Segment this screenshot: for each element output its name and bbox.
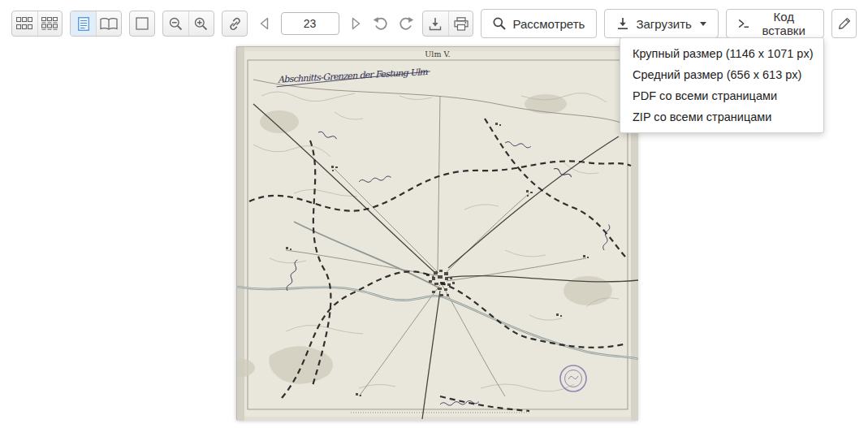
download-page-button[interactable] (423, 11, 448, 36)
download-menu: Крупный размер (1146 x 1071 px) Средний … (620, 37, 824, 133)
single-page-view-button[interactable] (71, 11, 96, 36)
download-button-label: Загрузить (636, 17, 692, 31)
zoom-in-button[interactable] (188, 11, 214, 36)
zoom-in-icon (194, 17, 208, 31)
review-button[interactable]: Рассмотреть (481, 9, 597, 38)
menu-item-large-size[interactable]: Крупный размер (1146 x 1071 px) (620, 43, 823, 64)
thumbnail-view-group (11, 11, 63, 37)
zoom-out-button[interactable] (163, 11, 188, 36)
rotate-left-button[interactable] (372, 11, 390, 36)
two-page-view-button[interactable] (96, 11, 121, 36)
single-page-icon (78, 17, 89, 31)
embed-code-button[interactable]: Код вставки (726, 9, 824, 38)
two-page-book-icon (100, 18, 118, 30)
next-page-button[interactable] (347, 11, 365, 36)
link-group (222, 11, 248, 37)
thumbnails-grid-icon (16, 17, 32, 30)
download-icon (616, 17, 629, 30)
print-icon (454, 17, 469, 31)
page-view-group (70, 11, 121, 37)
toolbar: Рассмотреть Загрузить Код вставки (11, 8, 857, 39)
zoom-group (162, 11, 214, 37)
rotate-right-button[interactable] (397, 11, 415, 36)
download-page-icon (429, 17, 442, 31)
frame-icon (136, 17, 149, 30)
embed-button-label: Код вставки (755, 10, 812, 37)
export-group (422, 11, 473, 37)
full-page-frame-button[interactable] (130, 11, 155, 36)
map-page[interactable]: Abschnitts-Grenzen der Festung Ulm Ulm V… (236, 46, 637, 420)
zoom-out-icon (169, 17, 183, 31)
next-page-icon (348, 16, 363, 31)
rotate-left-icon (373, 16, 389, 31)
fit-view-group (129, 11, 156, 37)
rotate-right-icon (398, 16, 414, 31)
thumbnails-grid-button[interactable] (12, 11, 37, 36)
previous-page-icon (257, 16, 272, 31)
review-button-label: Рассмотреть (512, 17, 585, 31)
embed-code-icon (738, 18, 749, 29)
download-dropdown-button[interactable]: Загрузить (604, 9, 719, 38)
menu-item-medium-size[interactable]: Средний размер (656 x 613 px) (620, 64, 823, 85)
previous-page-button[interactable] (255, 11, 273, 36)
menu-item-pdf-all[interactable]: PDF со всеми страницами (620, 85, 823, 106)
page-number-input[interactable] (281, 12, 339, 35)
search-icon (493, 17, 506, 30)
edit-button[interactable] (831, 9, 857, 38)
thumbnails-captions-icon (41, 17, 58, 30)
link-button[interactable] (222, 11, 248, 36)
chevron-down-icon (700, 22, 706, 26)
print-button[interactable] (448, 11, 473, 36)
thumbnails-captions-button[interactable] (37, 11, 63, 36)
map-sheet-label: Ulm V. (425, 50, 450, 58)
pencil-icon (838, 17, 851, 30)
map-image: Abschnitts-Grenzen der Festung Ulm Ulm V… (237, 47, 638, 421)
menu-item-zip-all[interactable]: ZIP со всеми страницами (620, 106, 823, 128)
link-icon (228, 17, 242, 31)
